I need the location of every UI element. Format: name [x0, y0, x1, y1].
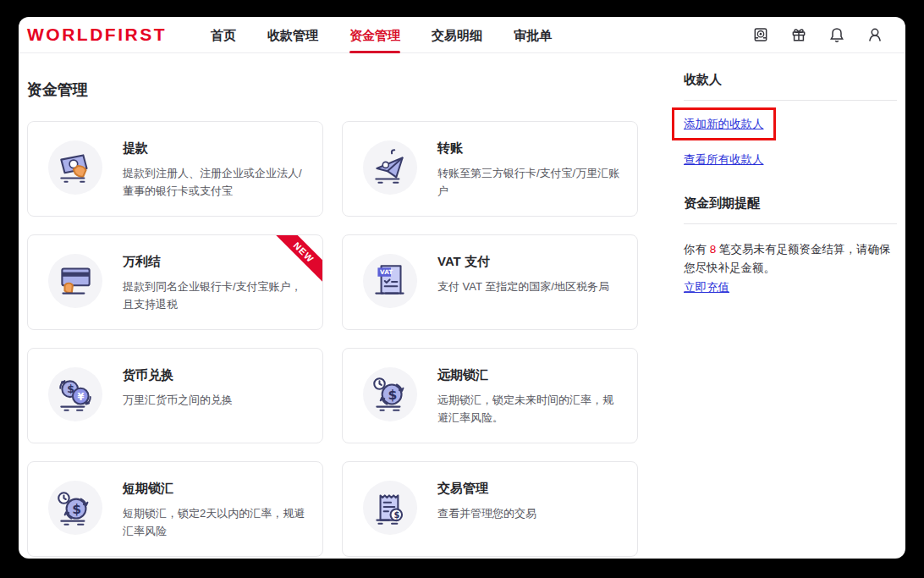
card-title: VAT 支付 — [437, 254, 609, 270]
vat-label: VAT — [380, 269, 393, 277]
page-title: 资金管理 — [27, 80, 638, 100]
card-title: 万利结 — [123, 254, 307, 270]
worldfirst-logo[interactable]: WORLDFIRST — [27, 25, 167, 45]
card-short-lock[interactable]: $ 短期锁汇 短期锁汇，锁定2天以内的汇率，规避汇率风险 — [27, 461, 323, 557]
yen-glyph: ¥ — [78, 391, 85, 403]
reminder-section-title: 资金到期提醒 — [684, 195, 897, 212]
user-icon[interactable] — [866, 26, 883, 43]
vat-icon: VAT — [363, 254, 417, 308]
function-card-grid: 提款 提款到注册人、注册企业或企业法人/董事的银行卡或支付宝 — [27, 121, 638, 557]
nav-item-approvals[interactable]: 审批单 — [514, 17, 552, 53]
divider — [684, 223, 897, 224]
card-title: 交易管理 — [437, 481, 536, 497]
card-desc: 转账至第三方银行卡/支付宝/万里汇账户 — [437, 164, 622, 201]
gift-icon[interactable] — [790, 26, 807, 43]
card-hand-icon — [48, 254, 102, 308]
app-window: WORLDFIRST 首页 收款管理 资金管理 交易明细 审批单 资金管理 — [19, 17, 905, 559]
card-desc: 提款到同名企业银行卡/支付宝账户，且支持退税 — [123, 278, 307, 314]
top-navigation-bar: WORLDFIRST 首页 收款管理 资金管理 交易明细 审批单 — [19, 17, 905, 53]
card-title: 短期锁汇 — [123, 481, 307, 497]
transaction-icon: $ — [363, 481, 417, 535]
currency-exchange-icon: $ ¥ — [48, 367, 102, 421]
nav-item-transactions[interactable]: 交易明细 — [432, 17, 482, 53]
card-currency-exchange[interactable]: $ ¥ 货币兑换 万里汇货币之间的兑换 — [27, 348, 323, 443]
right-sidebar: 收款人 添加新的收款人 查看所有收款人 资金到期提醒 你有 8 笔交易未有足额资… — [684, 53, 897, 557]
short-lock-icon: $ — [48, 481, 102, 535]
card-title: 提款 — [123, 140, 307, 157]
card-desc: 万里汇货币之间的兑换 — [123, 391, 233, 409]
card-transaction-management[interactable]: $ 交易管理 查看并管理您的交易 — [342, 461, 638, 557]
card-wanlijie[interactable]: 万利结 提款到同名企业银行卡/支付宝账户，且支持退税 NEW — [27, 234, 323, 330]
transfer-icon — [363, 140, 417, 195]
card-desc: 远期锁汇，锁定未来时间的汇率，规避汇率风险。 — [437, 391, 622, 427]
nav-item-receivables[interactable]: 收款管理 — [267, 17, 318, 53]
topbar-icon-group — [752, 26, 883, 43]
card-title: 远期锁汇 — [437, 367, 622, 383]
dollar-glyph: $ — [388, 388, 397, 403]
main-nav: 首页 收款管理 资金管理 交易明细 审批单 — [211, 17, 552, 53]
dollar-glyph: $ — [72, 502, 81, 517]
card-desc: 短期锁汇，锁定2天以内的汇率，规避汇率风险 — [123, 504, 307, 541]
payee-section-title: 收款人 — [684, 72, 897, 88]
card-forward-lock[interactable]: $ 远期锁汇 远期锁汇，锁定未来时间的汇率，规避汇率风险。 — [342, 348, 638, 443]
main-content: 资金管理 提款 提款到注册人、 — [19, 53, 905, 557]
card-transfer[interactable]: 转账 转账至第三方银行卡/支付宝/万里汇账户 — [342, 121, 638, 217]
card-desc: 支付 VAT 至指定的国家/地区税务局 — [437, 278, 609, 295]
forward-lock-icon: $ — [363, 367, 417, 421]
view-all-payees-link[interactable]: 查看所有收款人 — [684, 152, 764, 168]
bell-icon[interactable] — [828, 26, 845, 43]
withdraw-icon — [48, 140, 102, 195]
card-vat-payment[interactable]: VAT VAT 支付 支付 VAT 至指定的国家/地区税务局 — [342, 234, 638, 330]
nav-item-home[interactable]: 首页 — [211, 17, 236, 53]
reminder-text: 你有 8 笔交易未有足额资金结算，请确保您尽快补足金额。 — [684, 240, 897, 277]
card-desc: 提款到注册人、注册企业或企业法人/董事的银行卡或支付宝 — [123, 164, 307, 201]
card-title: 转账 — [437, 140, 622, 157]
annotation-highlight-box: 添加新的收款人 — [672, 107, 776, 140]
reminder-text-before: 你有 — [684, 243, 710, 256]
dollar-glyph: $ — [394, 510, 400, 520]
voucher-icon[interactable] — [752, 26, 769, 43]
add-payee-link[interactable]: 添加新的收款人 — [684, 117, 764, 132]
nav-item-funds[interactable]: 资金管理 — [349, 17, 400, 53]
recharge-now-link[interactable]: 立即充值 — [684, 280, 729, 295]
card-title: 货币兑换 — [123, 367, 233, 383]
card-desc: 查看并管理您的交易 — [437, 504, 536, 522]
card-withdraw[interactable]: 提款 提款到注册人、注册企业或企业法人/董事的银行卡或支付宝 — [27, 121, 323, 217]
